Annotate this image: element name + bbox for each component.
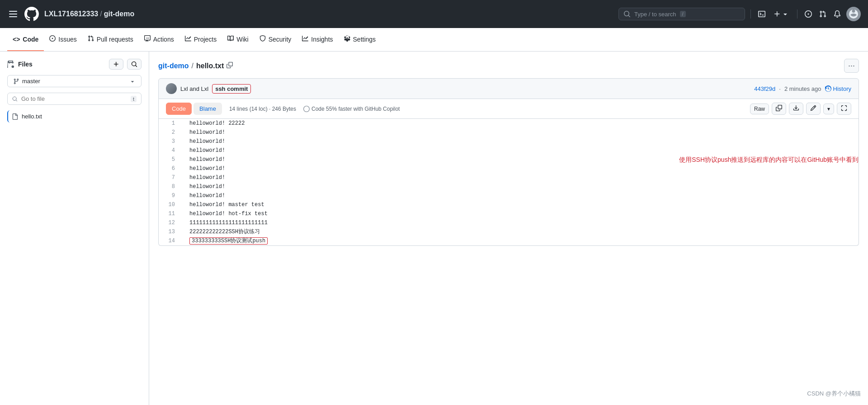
plus-icon [113, 61, 119, 67]
line-number-10: 10 [159, 200, 182, 209]
tab-code[interactable]: <> Code [7, 28, 44, 51]
go-to-file-kbd: t [131, 96, 137, 102]
copilot-badge: Code 55% faster with GitHub Copilot [303, 106, 400, 112]
code-line-12: 12111111111111111111111111 [159, 218, 859, 227]
header-divider [750, 9, 751, 19]
annotation-text: 使用SSH协议push推送到远程库的内容可以在GitHub账号中看到 [679, 155, 859, 164]
file-options-button[interactable]: ··· [844, 59, 859, 73]
line-content-3: helloworld! [182, 137, 859, 146]
tab-issues[interactable]: Issues [44, 28, 82, 51]
blame-tab-button[interactable]: Blame [193, 103, 222, 115]
tab-pull-requests[interactable]: Pull requests [82, 28, 139, 51]
code-tab-button[interactable]: Code [166, 103, 192, 115]
code-icon: <> [13, 36, 20, 43]
tab-actions[interactable]: Actions [139, 28, 179, 51]
line-content-13: 222222222222SSH协议练习 [182, 227, 859, 236]
files-icon [7, 61, 14, 68]
line-14-highlighted: 333333333SSH协议测试push [189, 237, 268, 245]
tab-insights[interactable]: Insights [297, 28, 338, 51]
branch-selector[interactable]: master [7, 75, 142, 87]
hamburger-menu[interactable] [7, 9, 19, 19]
line-content-5: helloworld! [182, 155, 661, 164]
line-number-13: 13 [159, 227, 182, 236]
wiki-nav-icon [227, 35, 234, 43]
line-content-9: helloworld! [182, 191, 859, 200]
commit-hash[interactable]: 443f29d [754, 85, 775, 92]
add-file-button[interactable] [109, 59, 123, 70]
commit-time-separator: · [779, 85, 781, 92]
raw-button[interactable]: Raw [750, 104, 769, 114]
commit-avatar [166, 83, 177, 94]
commit-authors: Lxl and Lxl [180, 85, 208, 92]
file-item-hello-txt[interactable]: hello.txt [7, 110, 142, 122]
commit-info: Lxl and Lxl ssh commit [166, 83, 251, 94]
tab-wiki[interactable]: Wiki [222, 28, 254, 51]
file-icon [12, 113, 18, 120]
copy-icon [776, 105, 782, 111]
projects-nav-icon [185, 35, 191, 43]
file-filename: hello.txt [196, 62, 224, 70]
notifications-button[interactable] [832, 9, 843, 19]
fullscreen-icon [841, 105, 847, 111]
line-content-8: helloworld! [182, 182, 859, 191]
sidebar-actions [109, 59, 142, 70]
branch-icon [13, 78, 19, 85]
search-box[interactable]: Type / to search / [618, 8, 745, 20]
line-content-14: 333333333SSH协议测试push [182, 236, 859, 245]
line-number-12: 12 [159, 218, 182, 227]
file-lines-info: 14 lines (14 loc) · 246 Bytes [229, 106, 296, 112]
header-divider2 [797, 9, 797, 19]
search-kbd: / [680, 11, 686, 17]
file-header: git-demo / hello.txt ··· [158, 59, 859, 73]
go-to-file-input[interactable] [21, 95, 127, 102]
code-line-10: 10helloworld! master test [159, 200, 859, 209]
code-line-7: 7helloworld! [159, 173, 859, 182]
code-line-2: 2helloworld! [159, 128, 859, 137]
commit-time: 2 minutes ago [784, 85, 821, 92]
repo-name[interactable]: git-demo [104, 10, 135, 18]
create-new-button[interactable] [771, 9, 792, 19]
more-options-button[interactable]: ▾ [823, 104, 834, 114]
actions-nav-icon [144, 35, 151, 43]
copy-raw-button[interactable] [772, 103, 786, 115]
code-line-13: 13222222222222SSH协议练习 [159, 227, 859, 236]
user-avatar[interactable] [846, 7, 861, 21]
line-number-5: 5 [159, 155, 182, 164]
file-breadcrumb: git-demo / hello.txt [158, 62, 233, 70]
search-files-button[interactable] [127, 59, 142, 70]
copilot-icon [303, 106, 310, 112]
sidebar-header: Files [7, 59, 142, 70]
pull-requests-button[interactable] [817, 9, 828, 19]
search-icon [623, 10, 631, 18]
tab-security[interactable]: Security [254, 28, 297, 51]
issues-nav-icon [49, 35, 56, 43]
edit-button[interactable] [806, 103, 821, 115]
files-title: Files [7, 61, 33, 68]
terminal-button[interactable] [756, 9, 767, 19]
tab-settings[interactable]: Settings [339, 28, 382, 51]
issues-button[interactable] [803, 9, 814, 19]
tab-projects[interactable]: Projects [179, 28, 222, 51]
commit-message[interactable]: ssh commit [212, 84, 251, 94]
code-toolbar: Code Blame 14 lines (14 loc) · 246 Bytes… [158, 99, 859, 119]
code-line-6: 6helloworld! [159, 164, 859, 173]
repo-owner[interactable]: LXL1716812333 [44, 10, 98, 18]
commit-bar: Lxl and Lxl ssh commit 443f29d · 2 minut… [158, 78, 859, 99]
security-nav-icon [259, 35, 266, 43]
code-content: 1helloworld! 222222helloworld!3helloworl… [158, 119, 859, 246]
search-placeholder: Type / to search [634, 11, 676, 18]
download-button[interactable] [789, 103, 803, 115]
insights-nav-icon [302, 35, 308, 43]
repo-link[interactable]: git-demo [158, 62, 189, 70]
repo-nav: <> Code Issues Pull requests Actions Pro… [0, 28, 868, 52]
history-button[interactable]: History [825, 85, 851, 92]
fullscreen-button[interactable] [837, 103, 851, 115]
line-content-6: helloworld! [182, 164, 859, 173]
line-number-6: 6 [159, 164, 182, 173]
go-to-file-search[interactable]: t [7, 93, 142, 105]
code-tabs: Code Blame [166, 103, 222, 115]
copy-path-icon[interactable] [226, 62, 233, 70]
code-line-11: 11helloworld! hot-fix test [159, 209, 859, 218]
header: LXL1716812333 / git-demo Type / to searc… [0, 0, 868, 28]
repo-path: LXL1716812333 / git-demo [44, 10, 134, 18]
